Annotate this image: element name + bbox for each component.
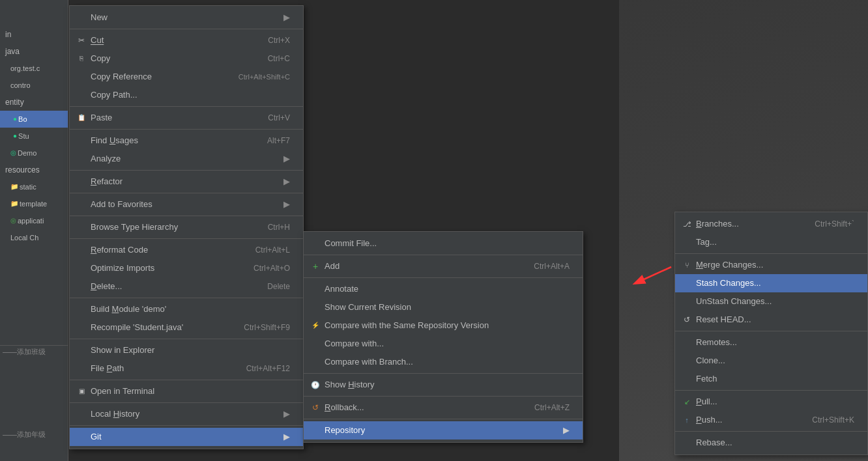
branches-icon: ⎇ [680, 217, 693, 230]
menu-item-show-revision[interactable]: Show Current Revision [304, 298, 583, 316]
menu-item-cut[interactable]: ✂ Cut Ctrl+X [70, 31, 303, 49]
menu-item-paste[interactable]: 📋 Paste Ctrl+V [70, 109, 303, 127]
menu-item-build-module[interactable]: Build Module 'demo' [70, 300, 303, 318]
sidebar-item-java[interactable]: java [0, 43, 68, 60]
menu-item-show-history[interactable]: 🕐 Show History [304, 376, 583, 394]
sidebar-item-demo[interactable]: ◎ Demo [0, 145, 68, 161]
sidebar-item-local-ch[interactable]: Local Ch [0, 229, 68, 246]
context-menu-main: New ▶ ✂ Cut Ctrl+X ⎘ Copy Ctrl+C Copy Re… [69, 5, 304, 449]
separator-8 [70, 298, 303, 298]
separator-r4 [675, 431, 867, 432]
menu-item-push[interactable]: ↑ Push... Ctrl+Shift+K [675, 411, 867, 429]
copy-icon: ⎘ [75, 52, 88, 65]
menu-item-remotes[interactable]: Remotes... [675, 333, 867, 352]
separator-1 [70, 29, 303, 29]
menu-item-git[interactable]: Git ▶ [70, 428, 303, 446]
paste-icon: 📋 [75, 111, 88, 124]
menu-item-unstash-changes[interactable]: UnStash Changes... [675, 292, 867, 311]
reset-head-icon: ↺ [680, 313, 693, 326]
bottom-label-2: ——添加年级 [0, 428, 68, 441]
menu-item-repository[interactable]: Repository ▶ [304, 421, 583, 440]
menu-item-rollback[interactable]: ↺ Rollback... Ctrl+Alt+Z [304, 398, 583, 417]
add-icon: + [309, 260, 322, 273]
sidebar-item-entity[interactable]: entity [0, 94, 68, 111]
separator-4 [70, 170, 303, 171]
pull-icon: ↙ [680, 395, 693, 408]
menu-item-reformat[interactable]: Reformat Code Ctrl+Alt+L [70, 241, 303, 259]
separator-9 [70, 339, 303, 339]
menu-item-local-history[interactable]: Local History ▶ [70, 405, 303, 423]
menu-item-analyze[interactable]: Analyze ▶ [70, 150, 303, 168]
menu-item-fetch[interactable]: Fetch [675, 370, 867, 388]
menu-item-annotate[interactable]: Annotate [304, 280, 583, 298]
menu-item-refactor[interactable]: Refactor ▶ [70, 173, 303, 191]
menu-item-stash-changes[interactable]: Stash Changes... [675, 274, 867, 292]
separator-3 [70, 129, 303, 130]
separator-r3 [675, 390, 867, 391]
terminal-icon: ▣ [75, 385, 88, 398]
sidebar-item-template[interactable]: 📁 template [0, 195, 68, 212]
sidebar-item-contro[interactable]: contro [0, 77, 68, 94]
separator-5 [70, 193, 303, 193]
push-icon: ↑ [680, 413, 693, 426]
sidebar-item-resources[interactable]: resources [0, 161, 68, 178]
menu-item-clone[interactable]: Clone... [675, 352, 867, 370]
separator-g4 [304, 396, 583, 397]
sidebar-item-static[interactable]: 📁 static [0, 178, 68, 195]
menu-item-show-explorer[interactable]: Show in Explorer [70, 341, 303, 359]
sidebar-item-bo[interactable]: ● Bo [0, 111, 68, 128]
separator-12 [70, 425, 303, 426]
separator-r1 [675, 253, 867, 254]
menu-item-file-path[interactable]: File Path Ctrl+Alt+F12 [70, 359, 303, 378]
separator-10 [70, 380, 303, 380]
compare-same-icon: ⚡ [309, 319, 322, 332]
menu-item-recompile[interactable]: Recompile 'Student.java' Ctrl+Shift+F9 [70, 318, 303, 337]
separator-2 [70, 106, 303, 107]
separator-r2 [675, 331, 867, 331]
menu-item-new[interactable]: New ▶ [70, 8, 303, 27]
menu-item-merge-changes[interactable]: ⑂ Merge Changes... [675, 256, 867, 274]
bottom-label-1: ——添加班级 [0, 345, 68, 358]
menu-item-add[interactable]: + Add Ctrl+Alt+A [304, 257, 583, 275]
menu-item-compare-same[interactable]: ⚡ Compare with the Same Repository Versi… [304, 316, 583, 335]
menu-item-copy[interactable]: ⎘ Copy Ctrl+C [70, 49, 303, 68]
menu-item-commit-file[interactable]: Commit File... [304, 234, 583, 253]
menu-item-tag[interactable]: Tag... [675, 233, 867, 251]
menu-item-browse-type[interactable]: Browse Type Hierarchy Ctrl+H [70, 218, 303, 236]
menu-item-rebase[interactable]: Rebase... [675, 434, 867, 452]
separator-g3 [304, 373, 583, 374]
sidebar-item-applicati[interactable]: ◎ applicati [0, 212, 68, 229]
rollback-icon: ↺ [309, 401, 322, 414]
sidebar-item-org[interactable]: org.test.c [0, 60, 68, 77]
separator-g1 [304, 255, 583, 255]
menu-item-open-terminal[interactable]: ▣ Open in Terminal [70, 382, 303, 400]
menu-item-pull[interactable]: ↙ Pull... [675, 393, 867, 411]
separator-7 [70, 238, 303, 239]
menu-item-delete[interactable]: Delete... Delete [70, 277, 303, 296]
sidebar: in java org.test.c contro entity ● Bo ● … [0, 0, 68, 461]
sidebar-item-stu[interactable]: ● Stu [0, 128, 68, 145]
cut-icon: ✂ [75, 34, 88, 47]
menu-item-reset-head[interactable]: ↺ Reset HEAD... [675, 311, 867, 329]
separator-g5 [304, 419, 583, 419]
menu-item-compare-branch[interactable]: Compare with Branch... [304, 353, 583, 371]
separator-6 [70, 216, 303, 216]
menu-item-add-to-favorites[interactable]: Add to Favorites ▶ [70, 195, 303, 214]
history-icon: 🕐 [309, 378, 322, 391]
menu-item-optimize-imports[interactable]: Optimize Imports Ctrl+Alt+O [70, 259, 303, 277]
context-menu-git: Commit File... + Add Ctrl+Alt+A Annotate… [303, 231, 583, 443]
context-menu-repository: ⎇ Branches... Ctrl+Shift+` Tag... ⑂ Merg… [674, 212, 868, 455]
separator-g2 [304, 277, 583, 278]
merge-icon: ⑂ [680, 258, 693, 272]
menu-item-copy-path[interactable]: Copy Path... [70, 86, 303, 104]
menu-item-compare-with[interactable]: Compare with... [304, 335, 583, 353]
menu-item-branches[interactable]: ⎇ Branches... Ctrl+Shift+` [675, 215, 867, 233]
separator-11 [70, 402, 303, 403]
menu-item-copy-reference[interactable]: Copy Reference Ctrl+Alt+Shift+C [70, 68, 303, 86]
menu-item-find-usages[interactable]: Find Usages Alt+F7 [70, 132, 303, 150]
sidebar-item-in[interactable]: in [0, 26, 68, 43]
